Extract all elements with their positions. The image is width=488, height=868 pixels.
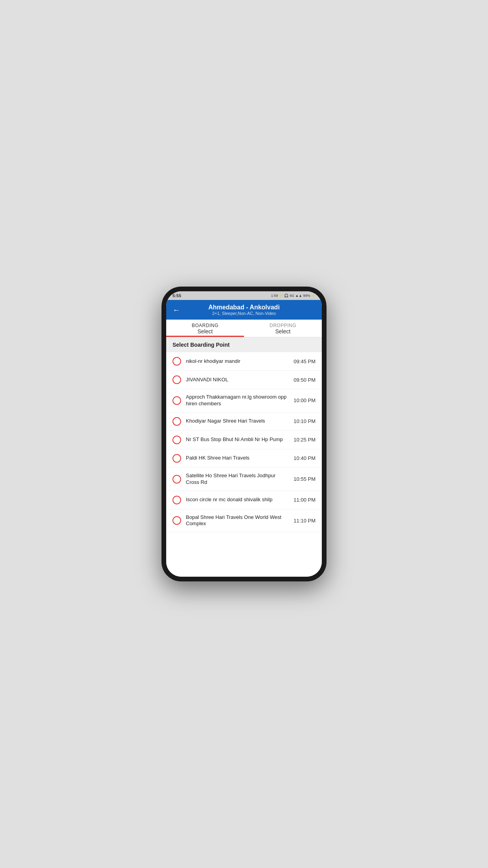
- stop-info: Approch Thakkarnagarn nr.lg showroom opp…: [186, 394, 289, 407]
- list-item[interactable]: Approch Thakkarnagarn nr.lg showroom opp…: [166, 389, 322, 412]
- list-item[interactable]: Bopal Shree Hari Travels One World West …: [166, 509, 322, 533]
- stop-name: Paldi HK Shree Hari Travels: [186, 455, 289, 462]
- boarding-tab-value: Select: [166, 328, 244, 335]
- radio-button[interactable]: [172, 417, 181, 426]
- stop-name: Satellite Ho Shree Hari Travels Jodhpur …: [186, 473, 289, 486]
- tabs-container: BOARDING Select DROPPING Select: [166, 320, 322, 337]
- stop-name: nikol-nr khodiyar mandir: [186, 358, 289, 365]
- boarding-tab-underline: [166, 336, 244, 337]
- stop-info: Khodiyar Nagar Shree Hari Travels: [186, 418, 289, 425]
- list-item[interactable]: Khodiyar Nagar Shree Hari Travels10:10 P…: [166, 412, 322, 431]
- radio-button[interactable]: [172, 375, 181, 384]
- list-item[interactable]: Iscon circle nr mc donald shivalik shilp…: [166, 491, 322, 509]
- status-icons: 1:59 ⚡ 🎧 4G ▲▲ 99% ⚡: [271, 294, 316, 298]
- dropping-tab-value: Select: [244, 328, 322, 335]
- signal-icons: 1:59 ⚡ 🎧 4G ▲▲ 99% ⚡: [271, 294, 316, 298]
- radio-button[interactable]: [172, 396, 181, 405]
- stop-info: nikol-nr khodiyar mandir: [186, 358, 289, 365]
- stop-name: Khodiyar Nagar Shree Hari Travels: [186, 418, 289, 425]
- status-bar: 5:55 1:59 ⚡ 🎧 4G ▲▲ 99% ⚡: [166, 291, 322, 300]
- section-header: Select Boarding Point: [166, 337, 322, 352]
- radio-button[interactable]: [172, 496, 181, 504]
- radio-button[interactable]: [172, 475, 181, 484]
- stop-time: 09:45 PM: [294, 359, 316, 364]
- stop-time: 10:00 PM: [294, 397, 316, 403]
- back-button[interactable]: ←: [172, 305, 180, 314]
- stop-name: JIVANVADI NIKOL: [186, 377, 289, 383]
- radio-button[interactable]: [172, 454, 181, 463]
- stop-time: 09:50 PM: [294, 377, 316, 383]
- dropping-tab-label: DROPPING: [244, 323, 322, 328]
- list-item[interactable]: Nr ST Bus Stop Bhut Ni Ambli Nr Hp Pump1…: [166, 431, 322, 449]
- radio-button[interactable]: [172, 357, 181, 366]
- tab-boarding[interactable]: BOARDING Select: [166, 320, 244, 337]
- stop-time: 10:40 PM: [294, 455, 316, 461]
- phone-device: 5:55 1:59 ⚡ 🎧 4G ▲▲ 99% ⚡ ← Ahmedabad - …: [161, 287, 327, 581]
- stop-name: Approch Thakkarnagarn nr.lg showroom opp…: [186, 394, 289, 407]
- stop-time: 11:00 PM: [294, 497, 316, 503]
- stop-info: JIVANVADI NIKOL: [186, 377, 289, 383]
- boarding-list[interactable]: nikol-nr khodiyar mandir09:45 PMJIVANVAD…: [166, 352, 322, 577]
- list-item[interactable]: JIVANVADI NIKOL09:50 PM: [166, 371, 322, 389]
- stop-info: Nr ST Bus Stop Bhut Ni Ambli Nr Hp Pump: [186, 436, 289, 443]
- status-time: 5:55: [172, 293, 181, 298]
- list-item[interactable]: nikol-nr khodiyar mandir09:45 PM: [166, 352, 322, 371]
- boarding-tab-label: BOARDING: [166, 323, 244, 328]
- header-text: Ahmedabad - Ankolvadi 2+1, Sleeper,Non-A…: [185, 304, 303, 316]
- stop-name: Bopal Shree Hari Travels One World West …: [186, 514, 289, 528]
- section-title: Select Boarding Point: [172, 342, 229, 348]
- stop-name: Iscon circle nr mc donald shivalik shilp: [186, 497, 289, 503]
- header-title: Ahmedabad - Ankolvadi: [185, 304, 303, 311]
- stop-info: Iscon circle nr mc donald shivalik shilp: [186, 497, 289, 503]
- radio-button[interactable]: [172, 436, 181, 444]
- stop-time: 10:55 PM: [294, 476, 316, 482]
- header-subtitle: 2+1, Sleeper,Non-AC, Non-Video: [185, 311, 303, 316]
- list-item[interactable]: Paldi HK Shree Hari Travels10:40 PM: [166, 449, 322, 468]
- list-item[interactable]: Satellite Ho Shree Hari Travels Jodhpur …: [166, 468, 322, 491]
- stop-time: 10:10 PM: [294, 418, 316, 424]
- phone-screen: 5:55 1:59 ⚡ 🎧 4G ▲▲ 99% ⚡ ← Ahmedabad - …: [166, 291, 322, 577]
- stop-time: 11:10 PM: [294, 518, 316, 524]
- tab-dropping[interactable]: DROPPING Select: [244, 320, 322, 337]
- stop-name: Nr ST Bus Stop Bhut Ni Ambli Nr Hp Pump: [186, 436, 289, 443]
- stop-time: 10:25 PM: [294, 437, 316, 443]
- app-header: ← Ahmedabad - Ankolvadi 2+1, Sleeper,Non…: [166, 300, 322, 320]
- stop-info: Satellite Ho Shree Hari Travels Jodhpur …: [186, 473, 289, 486]
- stop-info: Bopal Shree Hari Travels One World West …: [186, 514, 289, 528]
- stop-info: Paldi HK Shree Hari Travels: [186, 455, 289, 462]
- radio-button[interactable]: [172, 516, 181, 525]
